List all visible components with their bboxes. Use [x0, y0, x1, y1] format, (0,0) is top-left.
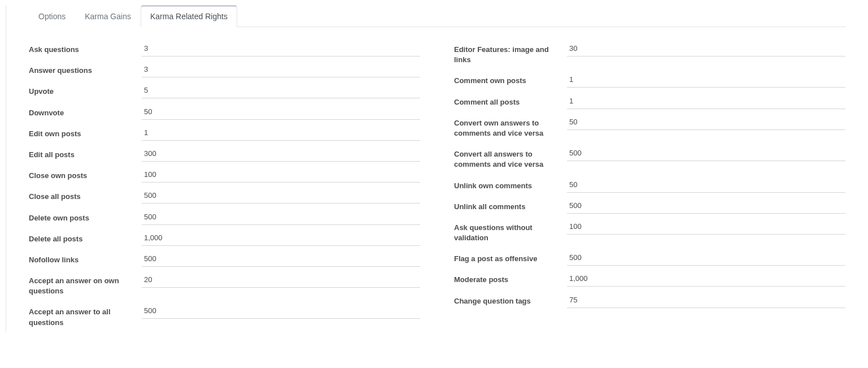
label-delete-all-posts: Delete all posts: [29, 228, 142, 249]
label-convert-all-answers: Convert all answers to comments and vice…: [454, 143, 567, 174]
label-unlink-all-comments: Unlink all comments: [454, 196, 567, 217]
label-moderate-posts: Moderate posts: [454, 269, 567, 289]
tab-karma-rights[interactable]: Karma Related Rights: [141, 6, 237, 27]
field-row-editor-features: Editor Features: image and links: [454, 38, 845, 70]
input-unlink-all-comments[interactable]: [567, 196, 845, 214]
field-row-downvote: Downvote: [29, 102, 420, 123]
field-row-moderate-posts: Moderate posts: [454, 269, 845, 289]
field-row-convert-own-answers: Convert own answers to comments and vice…: [454, 112, 845, 143]
input-close-all-posts[interactable]: [142, 185, 420, 204]
label-close-own-posts: Close own posts: [29, 164, 142, 185]
label-editor-features: Editor Features: image and links: [454, 38, 567, 70]
label-downvote: Downvote: [29, 102, 142, 123]
input-comment-own-posts[interactable]: [567, 70, 845, 88]
input-edit-all-posts[interactable]: [142, 144, 420, 162]
field-row-comment-all-posts: Comment all posts: [454, 91, 845, 112]
input-accept-answer-all[interactable]: [142, 301, 420, 319]
field-row-convert-all-answers: Convert all answers to comments and vice…: [454, 143, 845, 174]
label-change-question-tags: Change question tags: [454, 290, 567, 311]
input-unlink-own-comments[interactable]: [567, 175, 845, 193]
field-row-ask-without-validation: Ask questions without validation: [454, 217, 845, 248]
input-accept-answer-own[interactable]: [142, 270, 420, 288]
field-row-edit-all-posts: Edit all posts: [29, 144, 420, 164]
input-upvote[interactable]: [142, 80, 420, 98]
field-row-accept-answer-all: Accept an answer to all questions: [29, 301, 420, 332]
input-nofollow-links[interactable]: [142, 249, 420, 267]
input-delete-own-posts[interactable]: [142, 207, 420, 225]
input-edit-own-posts[interactable]: [142, 123, 420, 141]
label-answer-questions: Answer questions: [29, 59, 142, 80]
input-flag-offensive[interactable]: [567, 248, 845, 266]
input-ask-without-validation[interactable]: [567, 217, 845, 235]
field-row-delete-all-posts: Delete all posts: [29, 228, 420, 249]
field-row-change-question-tags: Change question tags: [454, 290, 845, 311]
field-row-flag-offensive: Flag a post as offensive: [454, 248, 845, 269]
field-row-comment-own-posts: Comment own posts: [454, 70, 845, 90]
field-row-edit-own-posts: Edit own posts: [29, 123, 420, 144]
input-editor-features[interactable]: [567, 38, 845, 57]
label-accept-answer-own: Accept an answer on own questions: [29, 270, 142, 301]
field-row-nofollow-links: Nofollow links: [29, 249, 420, 270]
input-moderate-posts[interactable]: [567, 269, 845, 287]
label-delete-own-posts: Delete own posts: [29, 207, 142, 228]
field-row-close-all-posts: Close all posts: [29, 185, 420, 206]
input-delete-all-posts[interactable]: [142, 228, 420, 246]
tab-options[interactable]: Options: [29, 6, 75, 27]
input-downvote[interactable]: [142, 102, 420, 120]
field-row-delete-own-posts: Delete own posts: [29, 207, 420, 228]
label-accept-answer-all: Accept an answer to all questions: [29, 301, 142, 332]
left-column: Ask questionsAnswer questionsUpvoteDownv…: [29, 38, 420, 332]
label-close-all-posts: Close all posts: [29, 185, 142, 206]
input-close-own-posts[interactable]: [142, 164, 420, 183]
label-edit-own-posts: Edit own posts: [29, 123, 142, 144]
field-row-accept-answer-own: Accept an answer on own questions: [29, 270, 420, 301]
input-comment-all-posts[interactable]: [567, 91, 845, 109]
input-convert-own-answers[interactable]: [567, 112, 845, 130]
input-convert-all-answers[interactable]: [567, 143, 845, 161]
field-row-ask-questions: Ask questions: [29, 38, 420, 59]
label-flag-offensive: Flag a post as offensive: [454, 248, 567, 269]
label-ask-without-validation: Ask questions without validation: [454, 217, 567, 248]
tab-karma-gains[interactable]: Karma Gains: [75, 6, 141, 27]
field-row-unlink-own-comments: Unlink own comments: [454, 175, 845, 196]
tabs-bar: Options Karma Gains Karma Related Rights: [29, 6, 845, 27]
input-change-question-tags[interactable]: [567, 290, 845, 308]
field-row-close-own-posts: Close own posts: [29, 164, 420, 185]
input-ask-questions[interactable]: [142, 38, 420, 57]
input-answer-questions[interactable]: [142, 59, 420, 77]
label-edit-all-posts: Edit all posts: [29, 144, 142, 164]
label-unlink-own-comments: Unlink own comments: [454, 175, 567, 196]
label-ask-questions: Ask questions: [29, 38, 142, 59]
label-upvote: Upvote: [29, 80, 142, 101]
label-convert-own-answers: Convert own answers to comments and vice…: [454, 112, 567, 143]
right-column: Editor Features: image and linksComment …: [454, 38, 845, 332]
field-row-answer-questions: Answer questions: [29, 59, 420, 80]
field-row-unlink-all-comments: Unlink all comments: [454, 196, 845, 217]
label-comment-all-posts: Comment all posts: [454, 91, 567, 112]
label-nofollow-links: Nofollow links: [29, 249, 142, 270]
field-row-upvote: Upvote: [29, 80, 420, 101]
label-comment-own-posts: Comment own posts: [454, 70, 567, 90]
karma-rights-form: Ask questionsAnswer questionsUpvoteDownv…: [29, 38, 845, 332]
